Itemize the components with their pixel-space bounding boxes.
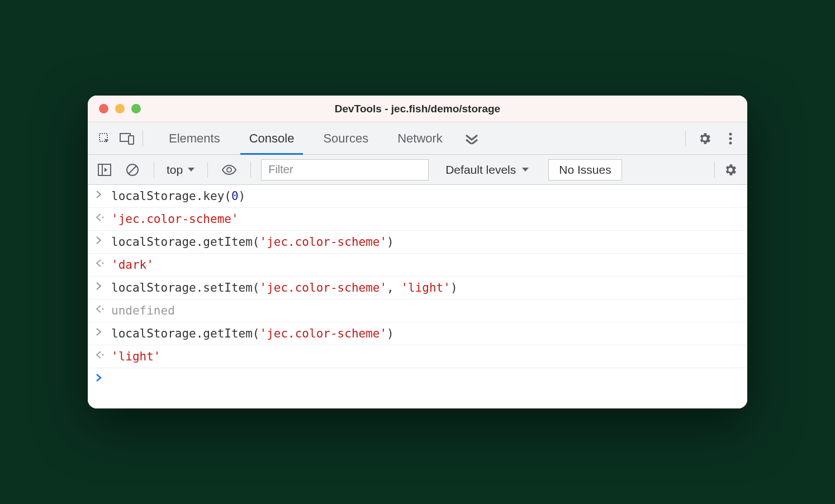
inspect-element-icon[interactable]	[93, 127, 116, 150]
context-label: top	[167, 163, 183, 177]
console-input-line: localStorage.getItem('jec.color-scheme')	[88, 231, 747, 254]
tab-network[interactable]: Network	[383, 122, 457, 154]
window-title: DevTools - jec.fish/demo/storage	[88, 103, 747, 115]
console-input-line: localStorage.key(0)	[88, 185, 747, 208]
chevron-down-icon	[187, 167, 195, 173]
console-prompt-line[interactable]	[88, 368, 747, 386]
levels-label: Default levels	[445, 163, 516, 177]
svg-point-11	[102, 217, 104, 218]
svg-line-9	[129, 166, 136, 174]
code-text: localStorage.getItem('jec.color-scheme')	[111, 235, 394, 249]
code-text: 'jec.color-scheme'	[111, 212, 239, 226]
filter-input[interactable]	[261, 159, 429, 180]
tabs: Elements Console Sources Network	[154, 122, 486, 154]
console-toolbar: top Default levels No Issues	[88, 155, 747, 185]
output-glyph-icon	[96, 351, 106, 359]
chevron-down-icon	[521, 167, 529, 173]
console-output-line: 'jec.color-scheme'	[88, 208, 747, 231]
console-input-line: localStorage.setItem('jec.color-scheme',…	[88, 277, 747, 299]
divider	[714, 162, 715, 178]
divider	[154, 162, 154, 178]
toggle-sidebar-icon[interactable]	[93, 159, 116, 181]
input-glyph-icon	[96, 191, 106, 198]
svg-point-14	[102, 354, 104, 356]
more-tabs-icon[interactable]	[457, 122, 486, 154]
divider	[685, 131, 686, 146]
log-levels-selector[interactable]: Default levels	[441, 163, 534, 177]
code-text: 'light'	[111, 350, 161, 363]
input-glyph-icon	[96, 236, 106, 244]
subtoolbar-right	[710, 159, 742, 181]
code-text: undefined	[111, 304, 175, 317]
issues-button[interactable]: No Issues	[548, 159, 621, 180]
svg-point-10	[227, 168, 231, 172]
live-expression-eye-icon[interactable]	[218, 159, 240, 181]
window-titlebar: DevTools - jec.fish/demo/storage	[88, 96, 747, 122]
console-output-line: undefined	[88, 299, 747, 322]
svg-rect-7	[98, 164, 102, 175]
prompt-glyph-icon	[96, 374, 106, 382]
tab-sources[interactable]: Sources	[309, 122, 383, 154]
context-selector[interactable]: top	[164, 163, 197, 177]
console-output-line: 'dark'	[88, 254, 747, 277]
console-settings-gear-icon[interactable]	[719, 159, 742, 181]
svg-point-13	[102, 308, 104, 310]
console-input-line: localStorage.getItem('jec.color-scheme')	[88, 322, 747, 345]
console-output: localStorage.key(0)'jec.color-scheme'loc…	[88, 185, 747, 408]
clear-console-icon[interactable]	[121, 159, 144, 181]
svg-point-3	[729, 132, 732, 135]
devtools-window: DevTools - jec.fish/demo/storage Element…	[88, 96, 747, 408]
device-toolbar-icon[interactable]	[116, 127, 138, 150]
issues-label: No Issues	[559, 163, 611, 177]
divider	[250, 162, 251, 178]
code-text: 'dark'	[111, 258, 154, 272]
output-glyph-icon	[96, 259, 106, 267]
svg-point-5	[729, 141, 732, 144]
output-glyph-icon	[96, 305, 106, 313]
kebab-menu-icon[interactable]	[719, 127, 742, 150]
tab-console[interactable]: Console	[235, 122, 309, 154]
divider	[207, 162, 208, 178]
code-text: localStorage.setItem('jec.color-scheme',…	[111, 281, 458, 294]
output-glyph-icon	[96, 213, 106, 221]
divider	[143, 131, 143, 146]
tab-elements[interactable]: Elements	[154, 122, 235, 154]
svg-point-12	[102, 263, 104, 264]
console-output-line: 'light'	[88, 345, 747, 368]
svg-rect-2	[129, 136, 134, 144]
svg-point-4	[729, 137, 732, 140]
tabbar-right	[681, 127, 742, 150]
input-glyph-icon	[96, 282, 106, 290]
settings-gear-icon[interactable]	[694, 127, 716, 150]
code-text: localStorage.key(0)	[111, 189, 245, 203]
code-text: localStorage.getItem('jec.color-scheme')	[111, 327, 394, 340]
devtools-tabbar: Elements Console Sources Network	[88, 122, 747, 155]
input-glyph-icon	[96, 328, 106, 336]
